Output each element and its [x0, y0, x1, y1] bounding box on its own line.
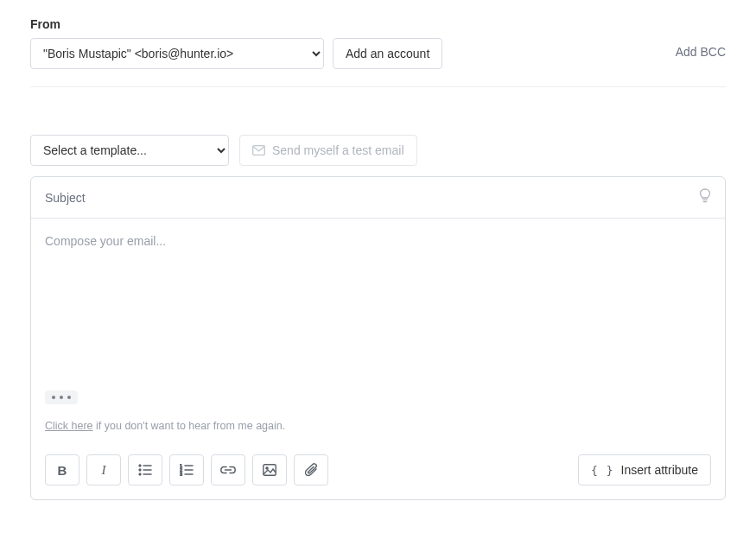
add-account-label: Add an account [346, 47, 429, 60]
from-label: From [30, 17, 726, 31]
unordered-list-button[interactable] [128, 454, 162, 485]
svg-point-17 [266, 467, 269, 470]
subject-input[interactable] [45, 191, 699, 205]
section-divider [30, 86, 726, 87]
unsubscribe-suffix: if you don't want to hear from me again. [93, 420, 286, 432]
svg-point-5 [139, 473, 141, 475]
svg-text:3: 3 [180, 472, 182, 476]
link-icon [220, 466, 236, 474]
email-editor: Click here if you don't want to hear fro… [30, 176, 726, 500]
image-button[interactable] [252, 454, 287, 485]
add-account-button[interactable]: Add an account [333, 38, 442, 69]
svg-point-3 [139, 465, 141, 466]
subject-row [31, 177, 725, 219]
signature-toggle[interactable] [45, 390, 78, 404]
italic-icon: I [102, 463, 106, 478]
from-row: "Boris Mustapic" <boris@hunter.io> Add a… [30, 38, 726, 69]
ordered-list-button[interactable]: 1 2 3 [169, 454, 204, 485]
unsubscribe-line: Click here if you don't want to hear fro… [45, 420, 711, 432]
template-row: Select a template... Send myself a test … [30, 135, 726, 166]
attachment-button[interactable] [294, 454, 328, 485]
svg-point-4 [139, 469, 141, 471]
send-test-email-button: Send myself a test email [239, 135, 417, 166]
envelope-icon [252, 145, 265, 155]
bold-icon: B [58, 463, 67, 478]
unsubscribe-link[interactable]: Click here [45, 420, 93, 432]
bold-button[interactable]: B [45, 454, 79, 485]
insert-attribute-button[interactable]: { } Insert attribute [578, 454, 711, 485]
compose-textarea[interactable] [45, 234, 711, 385]
template-select[interactable]: Select a template... [30, 135, 229, 166]
from-account-select[interactable]: "Boris Mustapic" <boris@hunter.io> [30, 38, 324, 69]
lightbulb-icon[interactable] [699, 188, 711, 206]
compose-body: Click here if you don't want to hear fro… [31, 219, 725, 441]
paperclip-icon [305, 463, 318, 477]
image-icon [263, 464, 276, 476]
unordered-list-icon [138, 464, 152, 476]
italic-button[interactable]: I [86, 454, 121, 485]
insert-attribute-label: Insert attribute [621, 463, 699, 477]
braces-icon: { } [591, 464, 613, 477]
send-test-email-label: Send myself a test email [272, 143, 404, 157]
formatting-toolbar: B I 1 2 3 [31, 441, 725, 499]
ordered-list-icon: 1 2 3 [180, 464, 194, 476]
link-button[interactable] [211, 454, 245, 485]
add-bcc-link[interactable]: Add BCC [676, 45, 726, 59]
